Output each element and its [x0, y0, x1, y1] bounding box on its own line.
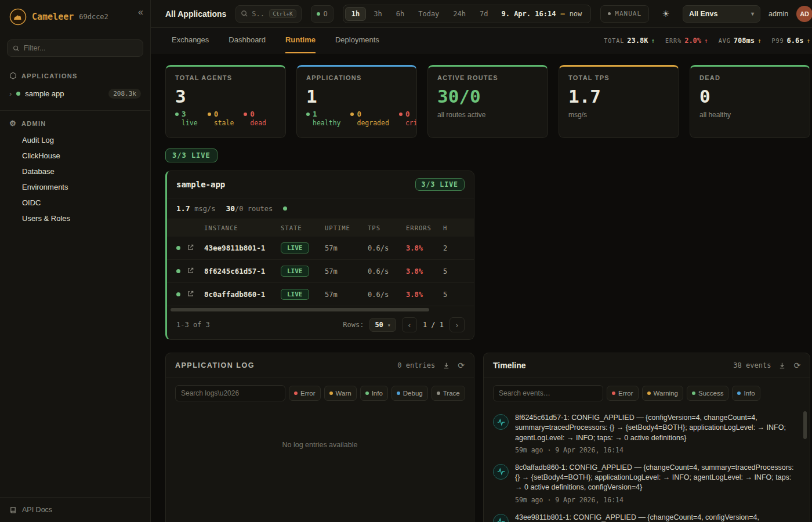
external-link-icon[interactable] — [187, 244, 204, 253]
app-status-dot — [16, 92, 20, 96]
timeline-panel-header: Timeline 38 events ⟳ — [484, 353, 810, 378]
external-link-icon[interactable] — [187, 267, 204, 276]
app-tps-value: 1.7 — [176, 204, 190, 213]
warn-dot — [329, 392, 333, 395]
timeline-filter-error[interactable]: Error — [607, 386, 639, 401]
timeline-filter-success[interactable]: Success — [687, 386, 728, 401]
stat-breakdown: 3 live 0 stale 0 dead — [175, 110, 276, 127]
timeline-scrollbar-thumb[interactable] — [803, 411, 807, 439]
api-docs-link[interactable]: API Docs — [0, 497, 150, 522]
environment-select[interactable]: All Envs ▾ — [683, 5, 760, 23]
sidebar-item-environments[interactable]: Environments — [22, 179, 150, 195]
time-range-1h[interactable]: 1h — [345, 7, 366, 21]
stat-value: 3 — [175, 86, 276, 107]
timeline-event[interactable]: 43ee9811b801-1: CONFIG_APPLIED — {change… — [493, 513, 798, 522]
sun-icon: ☀ — [662, 9, 669, 19]
time-range-24h[interactable]: 24h — [447, 7, 472, 21]
sidebar-item-users-roles[interactable]: Users & Roles — [22, 211, 150, 226]
tab-deployments[interactable]: Deployments — [335, 28, 379, 53]
chip-label: Warn — [336, 390, 351, 397]
manual-mode-dot — [608, 12, 611, 15]
date-range-display[interactable]: 9. Apr. 16:14 — now — [501, 10, 582, 18]
admin-section-label: ADMIN — [21, 120, 46, 127]
table-row[interactable]: 8f6245c61d57-1 LIVE 57m 0.6/s 3.8% 5 — [167, 260, 474, 283]
sidebar-item-clickhouse[interactable]: ClickHouse — [22, 148, 150, 164]
rows-per-page-select[interactable]: 50 ▾ — [369, 318, 396, 332]
chevron-right-icon: › — [9, 89, 12, 98]
refresh-icon[interactable]: ⟳ — [458, 361, 465, 370]
breakdown-label: degraded — [357, 119, 389, 127]
time-range-3h[interactable]: 3h — [367, 7, 388, 21]
sidebar-app-count-badge: 208.3k — [108, 89, 141, 99]
warning-dot — [647, 392, 651, 395]
tab-runtime[interactable]: Runtime — [285, 28, 316, 53]
manual-mode-button[interactable]: MANUAL — [600, 5, 649, 23]
trend-up-icon: ↑ — [757, 37, 762, 45]
global-search-input[interactable] — [252, 10, 266, 18]
errors-cell: 3.8% — [406, 267, 443, 276]
theme-toggle-button[interactable]: ☀ — [657, 5, 675, 23]
next-page-button[interactable]: › — [449, 317, 465, 332]
table-row[interactable]: 8c0affadb860-1 LIVE 57m 0.6/s 3.8% 5 — [167, 283, 474, 306]
admin-menu: Audit Log ClickHouse Database Environmen… — [0, 132, 150, 226]
breakdown-degraded: 0 degraded — [350, 110, 389, 127]
sidebar-item-sample-app[interactable]: › sample app 208.3k — [0, 86, 150, 102]
stat-title: DEAD — [699, 74, 800, 81]
username-label: admin — [768, 10, 788, 18]
state-badge: LIVE — [281, 266, 309, 277]
breakdown-value: 3 — [182, 110, 186, 118]
log-filter-error[interactable]: Error — [289, 386, 321, 401]
timeline-title: Timeline — [493, 361, 526, 370]
log-filter-info[interactable]: Info — [360, 386, 388, 401]
download-icon[interactable] — [443, 362, 450, 369]
app-card-title[interactable]: sample-app — [176, 180, 225, 189]
stat-card-total-agents: TOTAL AGENTS 3 3 live 0 stale 0 — [165, 65, 286, 138]
tps-cell: 0.6/s — [368, 244, 406, 252]
instance-id: 69dcce2 — [79, 13, 108, 21]
uptime-cell: 57m — [325, 267, 368, 276]
time-range-7d[interactable]: 7d — [473, 7, 494, 21]
tps-cell: 0.6/s — [368, 291, 406, 299]
book-icon — [9, 506, 17, 514]
horizontal-scrollbar[interactable] — [167, 307, 474, 312]
log-filter-debug[interactable]: Debug — [392, 386, 428, 401]
avatar[interactable]: AD — [796, 6, 812, 22]
chevron-down-icon: ▾ — [387, 322, 391, 328]
divider — [0, 110, 150, 111]
log-filter-trace[interactable]: Trace — [432, 386, 465, 401]
app-card-substats: 1.7 msg/s 30/0 routes — [167, 198, 474, 219]
external-link-icon[interactable] — [187, 290, 204, 299]
timeline-search-input[interactable] — [493, 385, 603, 401]
sidebar-collapse-icon[interactable]: « — [138, 7, 143, 17]
sidebar-item-oidc[interactable]: OIDC — [22, 195, 150, 211]
download-icon[interactable] — [778, 362, 786, 369]
sidebar-item-audit-log[interactable]: Audit Log — [22, 132, 150, 148]
scrollbar-thumb[interactable] — [171, 308, 429, 311]
live-summary-row: 3/3 LIVE — [165, 148, 810, 162]
sidebar-item-database[interactable]: Database — [22, 164, 150, 179]
global-search[interactable]: Ctrl+K — [235, 5, 301, 23]
timeline-filter-info[interactable]: Info — [732, 386, 760, 401]
time-range-6h[interactable]: 6h — [390, 7, 411, 21]
table-row[interactable]: 43ee9811b801-1 LIVE 57m 0.6/s 3.8% 2 — [167, 237, 474, 260]
timeline-filter-warning[interactable]: Warning — [642, 386, 683, 401]
timeline-event[interactable]: 8f6245c61d57-1: CONFIG_APPLIED — {config… — [493, 413, 798, 454]
timeline-event[interactable]: 8c0affadb860-1: CONFIG_APPLIED — {change… — [493, 463, 798, 504]
app-routes-value: 30 — [226, 204, 235, 213]
tab-exchanges[interactable]: Exchanges — [172, 28, 209, 53]
extra-cell: 2 — [443, 244, 466, 252]
instances-table-header: INSTANCE STATE UPTIME TPS ERRORS H — [167, 219, 474, 237]
search-shortcut-kbd: Ctrl+K — [269, 9, 296, 18]
status-toggle-button[interactable]: O — [311, 5, 334, 23]
refresh-icon[interactable]: ⟳ — [793, 361, 800, 370]
metric-label: P99 — [772, 38, 784, 44]
log-filter-warn[interactable]: Warn — [324, 386, 357, 401]
tab-dashboard[interactable]: Dashboard — [229, 28, 266, 53]
time-range-today[interactable]: Today — [412, 7, 445, 21]
metric-value: 23.8K — [627, 37, 648, 45]
sidebar-filter-input[interactable] — [24, 44, 137, 52]
timeline-toolbar: Error Warning Success Info — [484, 378, 810, 407]
app-health-dot — [283, 206, 287, 211]
prev-page-button[interactable]: ‹ — [402, 317, 417, 332]
log-search-input[interactable] — [175, 385, 285, 401]
